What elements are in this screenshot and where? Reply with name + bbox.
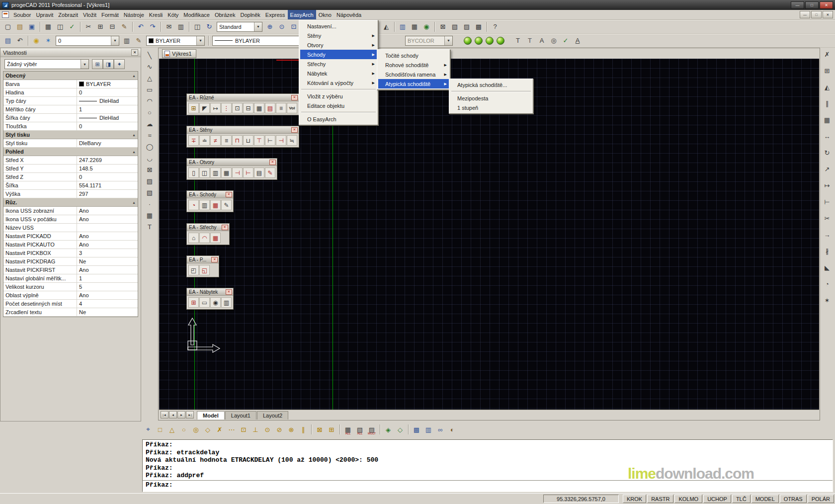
- property-value[interactable]: Ano: [77, 266, 138, 274]
- ea-view-frame-icon[interactable]: ⊡: [232, 103, 243, 113]
- ea-p-tool1-icon[interactable]: ◰: [188, 265, 199, 275]
- status-toggle-polar[interactable]: POLÁR: [808, 495, 834, 503]
- close-icon[interactable]: ✕: [211, 257, 218, 262]
- snap-node-icon[interactable]: ◎: [190, 424, 201, 435]
- mdi-restore-button[interactable]: □: [811, 11, 822, 18]
- image-attach-icon[interactable]: ▨: [461, 21, 472, 32]
- ea-roof-icon[interactable]: ⌂: [188, 233, 199, 243]
- property-value[interactable]: 247.2269: [77, 156, 138, 164]
- menubar-item-obrazek[interactable]: Obrázek: [212, 10, 238, 19]
- spelling-icon[interactable]: ✓: [67, 21, 78, 32]
- properties-panel-header[interactable]: Vlastnosti ✕: [0, 48, 141, 57]
- close-icon[interactable]: ✕: [291, 95, 298, 100]
- text-style-icon[interactable]: T: [512, 35, 523, 46]
- spell-check-icon[interactable]: ✓: [560, 35, 571, 46]
- property-value[interactable]: 297: [77, 190, 138, 198]
- plot-icon[interactable]: ▦: [43, 21, 54, 32]
- break-icon[interactable]: ∦: [822, 246, 833, 256]
- property-value[interactable]: Ano: [77, 215, 138, 223]
- close-icon[interactable]: ✕: [291, 127, 298, 133]
- dropdown-arrow-icon[interactable]: ▼: [81, 60, 88, 69]
- document-tab[interactable]: Výkres1: [162, 49, 196, 58]
- menu-item-o-easyarch[interactable]: O EasyArch: [300, 114, 377, 124]
- layer-states-manager-icon[interactable]: ▥: [121, 35, 132, 46]
- spline-tool-icon[interactable]: ≈: [144, 130, 155, 141]
- menu-item-strechy[interactable]: Střechy▶: [300, 59, 377, 69]
- ea-door-icon[interactable]: ▯: [188, 168, 199, 178]
- property-value[interactable]: Ano: [77, 207, 138, 215]
- help-icon[interactable]: ?: [490, 21, 501, 32]
- submenu-item-rohove-schodiste[interactable]: Rohové schodiště▶: [378, 60, 449, 70]
- menu-item-vlozit-z-vyberu[interactable]: Vložit z výběru: [300, 91, 377, 101]
- ea-area-table-icon[interactable]: ▤: [265, 103, 275, 113]
- zoom-realtime-icon[interactable]: ⊙: [276, 21, 287, 32]
- property-value[interactable]: Ano: [77, 241, 138, 249]
- status-toggle-model[interactable]: MODEL: [752, 495, 779, 503]
- polyline-tool-icon[interactable]: ∿: [144, 61, 155, 72]
- property-value[interactable]: Ne: [77, 308, 138, 316]
- text-style-combo[interactable]: Standard ▼: [217, 22, 262, 32]
- property-value[interactable]: BYLAYER: [77, 80, 138, 88]
- save-icon[interactable]: ▣: [26, 21, 37, 32]
- ea-p-tool2-icon[interactable]: ◱: [199, 265, 210, 275]
- ea-numbering-icon[interactable]: ≡: [276, 103, 286, 113]
- last-tab-button[interactable]: ►|: [186, 411, 194, 419]
- minimize-button[interactable]: —: [791, 1, 804, 9]
- open-icon[interactable]: ▤: [14, 21, 25, 32]
- zoom-window-icon[interactable]: ⊡: [288, 21, 299, 32]
- ea-stair-flight-icon[interactable]: ▦: [210, 200, 221, 210]
- ea-stair-edit-icon[interactable]: ✎: [221, 200, 232, 210]
- ea-straight-stair-icon[interactable]: ▥: [199, 200, 210, 210]
- ungroup-icon[interactable]: ◇: [395, 424, 406, 435]
- named-view-icon[interactable]: ◫: [192, 21, 203, 32]
- xref-icon[interactable]: ▧: [449, 21, 460, 32]
- layer-previous-icon[interactable]: ↶: [14, 35, 25, 46]
- mdi-minimize-button[interactable]: —: [800, 11, 810, 18]
- arc-tool-icon[interactable]: ◠: [144, 95, 155, 106]
- ea-opening-icon[interactable]: ▦: [221, 168, 232, 178]
- copy-icon[interactable]: ⊞: [95, 21, 106, 32]
- menubar-item-napoveda[interactable]: Nápověda: [334, 10, 364, 19]
- etransmit-icon[interactable]: ✉: [164, 21, 174, 32]
- erase-icon[interactable]: ✗: [822, 49, 833, 60]
- property-value[interactable]: Ne: [77, 257, 138, 265]
- revcloud-tool-icon[interactable]: ☁: [144, 118, 155, 129]
- polygon-tool-icon[interactable]: △: [144, 73, 155, 84]
- ea-furniture-wc-icon[interactable]: ◉: [210, 297, 221, 308]
- ea-volume-icon[interactable]: Vol: [287, 103, 297, 113]
- ea-wall-double-icon[interactable]: ≐: [199, 135, 210, 146]
- close-icon[interactable]: ✕: [269, 160, 276, 165]
- text-tool-icon[interactable]: T: [144, 221, 155, 232]
- property-value[interactable]: 0: [77, 88, 138, 96]
- ea-niche-icon[interactable]: ⊣: [232, 168, 243, 178]
- rotate-object-icon[interactable]: ↻: [822, 147, 833, 158]
- menu-item-nastaveni[interactable]: Nastavení...: [300, 21, 377, 31]
- ea-furniture-blocks-icon[interactable]: ⊞: [188, 297, 199, 308]
- mdi-close-button[interactable]: ✕: [823, 11, 833, 18]
- ole-object-icon[interactable]: ▩: [473, 21, 484, 32]
- scale-icon[interactable]: ↗: [822, 164, 833, 174]
- ea-grid-table-icon[interactable]: ▦: [254, 103, 264, 113]
- property-value[interactable]: 554.1171: [77, 181, 138, 189]
- block-icon[interactable]: ⊠: [437, 21, 448, 32]
- menu-item-otvory[interactable]: Otvory▶: [300, 40, 377, 50]
- shade-mode-icon-3[interactable]: [486, 37, 494, 45]
- snap-intersection-icon[interactable]: ✗: [214, 424, 225, 435]
- extend-icon[interactable]: →: [822, 229, 833, 240]
- shade-mode-icon-2[interactable]: [475, 37, 483, 45]
- ea-wall-trim-icon[interactable]: ⊤: [254, 135, 264, 146]
- close-icon[interactable]: ✕: [226, 289, 232, 295]
- property-section-ruz[interactable]: Růz.▲: [3, 198, 138, 207]
- select-all-icon[interactable]: ▦ALL: [342, 424, 353, 435]
- menu-item-nabytek[interactable]: Nábytek▶: [300, 69, 377, 78]
- menu-item-editace-objektu[interactable]: Editace objektu: [300, 101, 377, 110]
- menubar-item-zobrazit[interactable]: Zobrazit: [56, 10, 81, 19]
- snap-extension-icon[interactable]: ⋯: [226, 424, 237, 435]
- esnap-settings-icon[interactable]: ⌖: [143, 424, 154, 435]
- regen-icon[interactable]: ↻: [204, 21, 215, 32]
- menubar-item-doplnek[interactable]: Doplněk: [238, 10, 262, 19]
- multiple-select-icon[interactable]: ▨MULT: [366, 424, 377, 435]
- hatch-tool-icon[interactable]: ▨: [144, 175, 155, 186]
- ea-toolbar-titlebar[interactable]: EA - P...✕: [187, 256, 219, 263]
- fillet-icon[interactable]: ◔: [822, 278, 833, 289]
